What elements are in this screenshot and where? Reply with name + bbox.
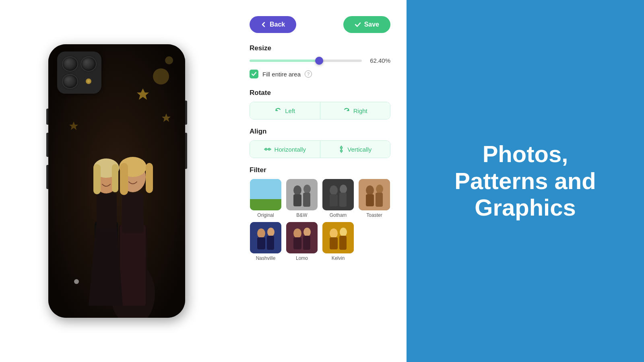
svg-point-1	[153, 68, 169, 84]
filter-item-kelvin[interactable]: Kelvin	[322, 222, 354, 261]
filter-grid-row2: Nashville Lomo	[250, 222, 390, 261]
top-buttons-row: Back Save	[250, 16, 390, 33]
check-icon	[355, 21, 361, 28]
align-horizontal-label: Horizontally	[275, 146, 306, 153]
align-horizontal-icon	[264, 146, 271, 152]
align-vertical-label: Vertically	[347, 146, 372, 153]
align-horizontal-button[interactable]: Horizontally	[250, 141, 320, 158]
filter-item-nashville[interactable]: Nashville	[250, 222, 282, 261]
camera-flash	[86, 78, 91, 84]
filter-svg-gotham	[322, 179, 354, 210]
svg-rect-19	[112, 164, 118, 192]
svg-rect-12	[120, 163, 128, 195]
svg-rect-15	[97, 193, 117, 229]
svg-rect-53	[303, 236, 310, 250]
align-vertical-icon	[339, 146, 344, 153]
back-button[interactable]: Back	[250, 16, 296, 33]
filter-label: Filter	[250, 166, 390, 174]
save-button[interactable]: Save	[343, 16, 390, 33]
camera-lens-1	[62, 56, 78, 72]
filter-grid-row1: Original B&W	[250, 179, 390, 218]
checkbox-check-icon	[251, 71, 257, 77]
side-button-right	[185, 101, 187, 125]
svg-rect-8	[120, 225, 146, 306]
rotate-left-label: Left	[285, 107, 295, 114]
svg-point-30	[293, 185, 301, 195]
filter-thumb-nashville	[250, 222, 281, 253]
slider-thumb[interactable]	[315, 57, 323, 65]
resize-section: Resize 62.40% Fill entire area ?	[250, 44, 390, 81]
rotate-right-label: Right	[353, 107, 367, 114]
filter-name-nashville: Nashville	[256, 255, 276, 261]
fill-area-label: Fill entire area	[262, 71, 301, 78]
rotate-left-icon	[275, 107, 282, 114]
svg-rect-51	[293, 237, 301, 249]
svg-point-2	[165, 56, 173, 64]
filter-item-gotham[interactable]: Gotham	[322, 179, 354, 218]
save-label: Save	[364, 21, 379, 28]
svg-point-42	[376, 185, 383, 193]
filter-item-toaster[interactable]: Toaster	[358, 179, 390, 218]
svg-point-45	[257, 228, 265, 238]
resize-slider[interactable]	[250, 60, 362, 62]
back-chevron-icon	[261, 22, 266, 27]
rotate-label: Rotate	[250, 89, 390, 97]
fill-area-row: Fill entire area ?	[250, 70, 390, 78]
filter-thumb-bw	[286, 179, 318, 210]
filter-item-bw[interactable]: B&W	[286, 179, 318, 218]
camera-lens-3	[62, 74, 78, 89]
align-buttons-group: Horizontally Vertically	[250, 140, 390, 158]
camera-lens-2	[80, 56, 97, 72]
fill-area-checkbox[interactable]	[250, 70, 258, 78]
resize-value: 62.40%	[368, 57, 390, 64]
align-vertical-button[interactable]: Vertically	[320, 141, 390, 158]
side-button-right-power	[185, 133, 187, 169]
svg-rect-58	[339, 236, 347, 250]
rotate-right-button[interactable]: Right	[320, 102, 390, 119]
filter-svg-lomo	[286, 222, 318, 253]
svg-rect-44	[250, 222, 281, 253]
svg-rect-36	[330, 194, 338, 206]
filter-svg-kelvin	[322, 222, 354, 253]
svg-rect-28	[250, 199, 281, 210]
svg-point-35	[330, 185, 338, 195]
svg-rect-34	[322, 179, 354, 210]
filter-name-original: Original	[257, 212, 274, 218]
filter-svg-bw	[286, 179, 318, 210]
fill-area-info-icon[interactable]: ?	[305, 70, 312, 78]
filter-name-lomo: Lomo	[296, 255, 308, 261]
rotate-section: Rotate Left Right	[250, 89, 390, 119]
filter-section: Filter Original	[250, 166, 390, 261]
svg-rect-33	[303, 193, 310, 207]
svg-rect-39	[359, 179, 390, 210]
svg-rect-18	[93, 164, 101, 194]
filter-thumb-toaster	[359, 179, 390, 210]
side-button-left-mute	[46, 109, 48, 125]
filter-name-gotham: Gotham	[330, 212, 347, 218]
rotate-right-icon	[343, 107, 350, 114]
filter-svg-toaster	[359, 179, 390, 210]
align-label: Align	[250, 128, 390, 136]
svg-rect-41	[366, 194, 374, 206]
promo-line3: Graphics	[475, 194, 576, 220]
filter-thumb-kelvin	[322, 222, 354, 253]
controls-panel: Back Save Resize 62.40% Fill entire area…	[233, 0, 407, 362]
promo-text: Photos, Patterns and Graphics	[454, 141, 596, 221]
filter-item-original[interactable]: Original	[250, 179, 282, 218]
promo-line2: Patterns and	[454, 168, 596, 194]
rotate-buttons-group: Left Right	[250, 102, 390, 119]
svg-rect-54	[322, 222, 354, 253]
svg-rect-13	[146, 163, 153, 193]
svg-rect-56	[330, 237, 338, 249]
svg-point-50	[293, 228, 301, 238]
svg-point-52	[303, 228, 311, 237]
filter-thumb-original	[250, 179, 281, 210]
svg-rect-9	[122, 193, 144, 233]
svg-rect-43	[376, 193, 383, 207]
filter-item-lomo[interactable]: Lomo	[286, 222, 318, 261]
side-button-left-vol-up	[46, 133, 48, 157]
svg-rect-31	[293, 194, 301, 206]
rotate-left-button[interactable]: Left	[250, 102, 320, 119]
filter-name-bw: B&W	[296, 212, 307, 218]
filter-name-kelvin: Kelvin	[332, 255, 345, 261]
